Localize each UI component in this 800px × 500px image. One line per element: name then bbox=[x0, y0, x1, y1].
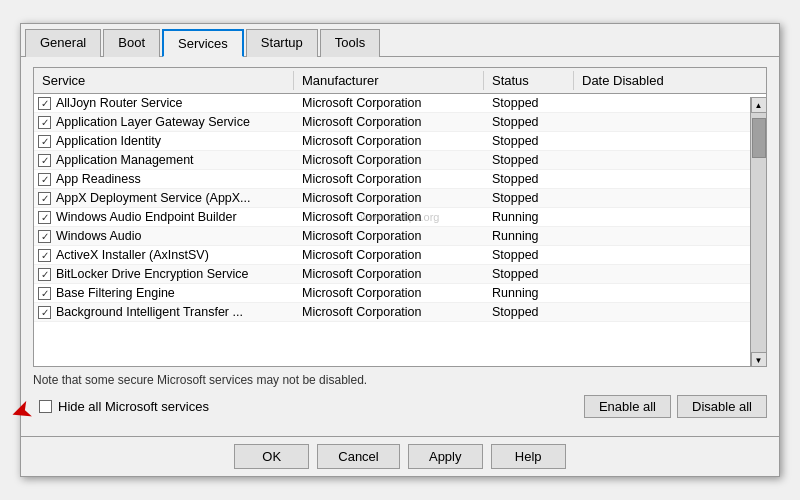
table-row[interactable]: Application Layer Gateway ServiceMicroso… bbox=[34, 113, 766, 132]
tab-services[interactable]: Services bbox=[162, 29, 244, 57]
date-cell bbox=[574, 310, 766, 314]
service-cell: Application Identity bbox=[34, 132, 294, 150]
service-checkbox[interactable] bbox=[38, 230, 51, 243]
table-row[interactable]: ActiveX Installer (AxInstSV)Microsoft Co… bbox=[34, 246, 766, 265]
header-date-disabled: Date Disabled bbox=[574, 71, 766, 90]
service-cell: Windows Audio bbox=[34, 227, 294, 245]
service-checkbox[interactable] bbox=[38, 173, 51, 186]
service-checkbox[interactable] bbox=[38, 211, 51, 224]
manufacturer-cell: Microsoft Corporation bbox=[294, 189, 484, 207]
enable-disable-buttons: Enable all Disable all bbox=[584, 395, 767, 418]
service-name: Background Intelligent Transfer ... bbox=[56, 305, 243, 319]
service-name: Base Filtering Engine bbox=[56, 286, 175, 300]
scrollbar-down-button[interactable]: ▼ bbox=[751, 352, 767, 367]
tab-tools[interactable]: Tools bbox=[320, 29, 380, 57]
table-header: Service Manufacturer Status Date Disable… bbox=[34, 68, 766, 94]
service-checkbox[interactable] bbox=[38, 116, 51, 129]
status-cell: Stopped bbox=[484, 132, 574, 150]
ok-button[interactable]: OK bbox=[234, 444, 309, 469]
date-cell bbox=[574, 291, 766, 295]
service-name: ActiveX Installer (AxInstSV) bbox=[56, 248, 209, 262]
enable-all-button[interactable]: Enable all bbox=[584, 395, 671, 418]
service-checkbox[interactable] bbox=[38, 287, 51, 300]
service-name: Application Layer Gateway Service bbox=[56, 115, 250, 129]
hide-microsoft-row: ➤ Hide all Microsoft services bbox=[33, 399, 209, 414]
status-cell: Running bbox=[484, 284, 574, 302]
help-button[interactable]: Help bbox=[491, 444, 566, 469]
manufacturer-cell: Microsoft Corporation bbox=[294, 303, 484, 321]
header-service: Service bbox=[34, 71, 294, 90]
apply-button[interactable]: Apply bbox=[408, 444, 483, 469]
status-cell: Running bbox=[484, 227, 574, 245]
date-cell bbox=[574, 253, 766, 257]
table-row[interactable]: AppX Deployment Service (AppX...Microsof… bbox=[34, 189, 766, 208]
service-cell: Application Layer Gateway Service bbox=[34, 113, 294, 131]
date-cell bbox=[574, 139, 766, 143]
manufacturer-cell: Microsoft Corporation bbox=[294, 94, 484, 112]
table-row[interactable]: BitLocker Drive Encryption ServiceMicros… bbox=[34, 265, 766, 284]
header-status: Status bbox=[484, 71, 574, 90]
manufacturer-cell: Microsoft Corporation bbox=[294, 170, 484, 188]
tab-boot[interactable]: Boot bbox=[103, 29, 160, 57]
tab-bar: General Boot Services Startup Tools bbox=[21, 24, 779, 57]
service-cell: BitLocker Drive Encryption Service bbox=[34, 265, 294, 283]
status-cell: Stopped bbox=[484, 113, 574, 131]
status-cell: Stopped bbox=[484, 94, 574, 112]
service-checkbox[interactable] bbox=[38, 268, 51, 281]
service-cell: Application Management bbox=[34, 151, 294, 169]
table-row[interactable]: Windows AudioMicrosoft CorporationRunnin… bbox=[34, 227, 766, 246]
tab-startup[interactable]: Startup bbox=[246, 29, 318, 57]
scrollbar-thumb[interactable] bbox=[752, 118, 766, 158]
service-checkbox[interactable] bbox=[38, 97, 51, 110]
system-configuration-dialog: General Boot Services Startup Tools Serv… bbox=[20, 23, 780, 477]
table-row[interactable]: Application IdentityMicrosoft Corporatio… bbox=[34, 132, 766, 151]
service-cell: AppX Deployment Service (AppX... bbox=[34, 189, 294, 207]
service-checkbox[interactable] bbox=[38, 192, 51, 205]
status-cell: Stopped bbox=[484, 151, 574, 169]
table-body[interactable]: AllJoyn Router ServiceMicrosoft Corporat… bbox=[34, 94, 766, 359]
table-row[interactable]: AllJoyn Router ServiceMicrosoft Corporat… bbox=[34, 94, 766, 113]
hide-microsoft-label: Hide all Microsoft services bbox=[58, 399, 209, 414]
service-checkbox[interactable] bbox=[38, 154, 51, 167]
status-cell: Running bbox=[484, 208, 574, 226]
service-checkbox[interactable] bbox=[38, 306, 51, 319]
service-cell: AllJoyn Router Service bbox=[34, 94, 294, 112]
date-cell bbox=[574, 272, 766, 276]
scrollbar-up-button[interactable]: ▲ bbox=[751, 97, 767, 113]
hide-microsoft-checkbox[interactable] bbox=[39, 400, 52, 413]
status-cell: Stopped bbox=[484, 303, 574, 321]
table-row[interactable]: Base Filtering EngineMicrosoft Corporati… bbox=[34, 284, 766, 303]
content-area: Service Manufacturer Status Date Disable… bbox=[21, 57, 779, 436]
date-cell bbox=[574, 234, 766, 238]
cancel-button[interactable]: Cancel bbox=[317, 444, 399, 469]
manufacturer-cell: Microsoft Corporation bbox=[294, 265, 484, 283]
manufacturer-cell: Microsoft Corporation bbox=[294, 113, 484, 131]
manufacturer-cell: Microsoft Corporation bbox=[294, 227, 484, 245]
disable-all-button[interactable]: Disable all bbox=[677, 395, 767, 418]
service-cell: ActiveX Installer (AxInstSV) bbox=[34, 246, 294, 264]
service-checkbox[interactable] bbox=[38, 249, 51, 262]
service-checkbox[interactable] bbox=[38, 135, 51, 148]
note-text: Note that some secure Microsoft services… bbox=[33, 367, 767, 391]
table-row[interactable]: App ReadinessMicrosoft CorporationStoppe… bbox=[34, 170, 766, 189]
table-row[interactable]: Background Intelligent Transfer ...Micro… bbox=[34, 303, 766, 322]
red-arrow-icon: ➤ bbox=[6, 393, 37, 430]
service-name: Application Identity bbox=[56, 134, 161, 148]
table-row[interactable]: Windows Audio Endpoint BuilderMicrosoft … bbox=[34, 208, 766, 227]
footer: OK Cancel Apply Help bbox=[21, 436, 779, 476]
scrollbar-track[interactable] bbox=[751, 113, 766, 352]
manufacturer-cell: Microsoft Corporation bbox=[294, 208, 484, 226]
service-cell: Background Intelligent Transfer ... bbox=[34, 303, 294, 321]
scrollbar[interactable]: ▲ ▼ bbox=[750, 97, 766, 367]
date-cell bbox=[574, 120, 766, 124]
status-cell: Stopped bbox=[484, 170, 574, 188]
date-cell bbox=[574, 215, 766, 219]
tab-general[interactable]: General bbox=[25, 29, 101, 57]
table-row[interactable]: Application ManagementMicrosoft Corporat… bbox=[34, 151, 766, 170]
status-cell: Stopped bbox=[484, 189, 574, 207]
header-manufacturer: Manufacturer bbox=[294, 71, 484, 90]
service-name: App Readiness bbox=[56, 172, 141, 186]
service-name: Windows Audio bbox=[56, 229, 141, 243]
service-name: Windows Audio Endpoint Builder bbox=[56, 210, 237, 224]
date-cell bbox=[574, 177, 766, 181]
